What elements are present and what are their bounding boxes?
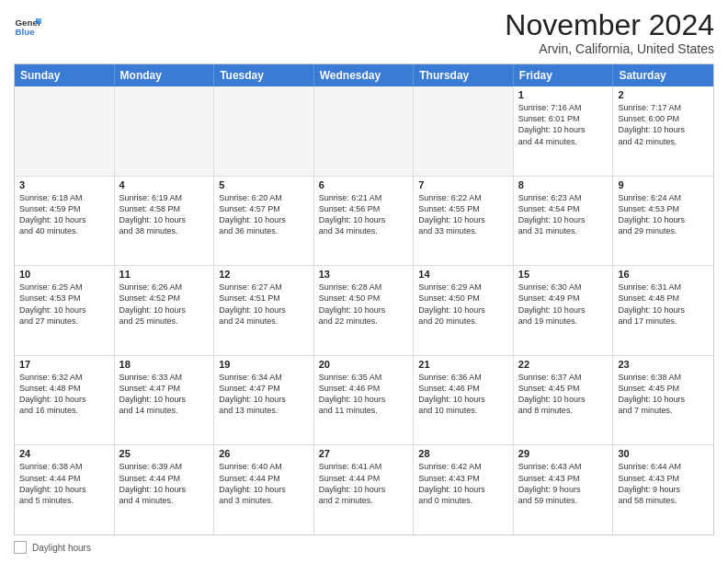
cell-info: Sunrise: 6:19 AMSunset: 4:58 PMDaylight:… xyxy=(119,192,210,237)
cell-date: 13 xyxy=(319,269,409,280)
cell-date: 25 xyxy=(119,448,210,459)
calendar-cell: 6Sunrise: 6:21 AMSunset: 4:56 PMDaylight… xyxy=(314,177,415,266)
cell-info: Sunrise: 6:23 AMSunset: 4:54 PMDaylight:… xyxy=(518,192,609,237)
cell-date: 9 xyxy=(618,179,709,190)
calendar-cell: 24Sunrise: 6:38 AMSunset: 4:44 PMDayligh… xyxy=(15,445,115,534)
cell-info: Sunrise: 6:41 AMSunset: 4:44 PMDaylight:… xyxy=(319,461,409,506)
cell-info: Sunrise: 6:33 AMSunset: 4:47 PMDaylight:… xyxy=(119,372,210,417)
calendar-cell: 17Sunrise: 6:32 AMSunset: 4:48 PMDayligh… xyxy=(15,356,115,445)
calendar-cell: 7Sunrise: 6:22 AMSunset: 4:55 PMDaylight… xyxy=(414,177,514,266)
calendar-cell: 14Sunrise: 6:29 AMSunset: 4:50 PMDayligh… xyxy=(414,266,514,355)
calendar-cell: 25Sunrise: 6:39 AMSunset: 4:44 PMDayligh… xyxy=(115,445,215,534)
calendar-cell xyxy=(414,86,514,176)
cell-info: Sunrise: 6:38 AMSunset: 4:45 PMDaylight:… xyxy=(618,372,709,417)
calendar-cell: 9Sunrise: 6:24 AMSunset: 4:53 PMDaylight… xyxy=(613,177,713,266)
calendar-cell: 8Sunrise: 6:23 AMSunset: 4:54 PMDaylight… xyxy=(514,177,614,266)
month-title: November 2024 xyxy=(505,9,714,41)
cell-info: Sunrise: 6:35 AMSunset: 4:46 PMDaylight:… xyxy=(319,372,409,417)
calendar-cell: 26Sunrise: 6:40 AMSunset: 4:44 PMDayligh… xyxy=(214,445,314,534)
cell-info: Sunrise: 6:34 AMSunset: 4:47 PMDaylight:… xyxy=(219,372,309,417)
calendar-cell: 15Sunrise: 6:30 AMSunset: 4:49 PMDayligh… xyxy=(514,266,614,355)
calendar-cell xyxy=(314,86,415,176)
calendar-cell: 27Sunrise: 6:41 AMSunset: 4:44 PMDayligh… xyxy=(314,445,415,534)
title-area: November 2024 Arvin, California, United … xyxy=(505,9,714,56)
cell-date: 7 xyxy=(418,179,508,190)
cell-date: 18 xyxy=(119,359,210,370)
cell-date: 5 xyxy=(219,179,309,190)
cell-info: Sunrise: 6:22 AMSunset: 4:55 PMDaylight:… xyxy=(418,192,508,237)
calendar-cell: 13Sunrise: 6:28 AMSunset: 4:50 PMDayligh… xyxy=(314,266,415,355)
cell-info: Sunrise: 6:44 AMSunset: 4:43 PMDaylight:… xyxy=(618,461,709,506)
calendar-cell xyxy=(214,86,314,176)
cell-info: Sunrise: 6:26 AMSunset: 4:52 PMDaylight:… xyxy=(119,282,210,327)
cell-date: 4 xyxy=(119,179,210,190)
calendar-cell xyxy=(115,86,215,176)
cell-date: 26 xyxy=(219,448,309,459)
calendar-row-1: 3Sunrise: 6:18 AMSunset: 4:59 PMDaylight… xyxy=(15,177,713,267)
cell-info: Sunrise: 6:29 AMSunset: 4:50 PMDaylight:… xyxy=(418,282,508,327)
cell-date: 24 xyxy=(19,448,109,459)
calendar-cell: 28Sunrise: 6:42 AMSunset: 4:43 PMDayligh… xyxy=(414,445,514,534)
calendar-cell: 5Sunrise: 6:20 AMSunset: 4:57 PMDaylight… xyxy=(214,177,314,266)
weekday-tuesday: Tuesday xyxy=(214,64,314,86)
calendar-cell: 23Sunrise: 6:38 AMSunset: 4:45 PMDayligh… xyxy=(613,356,713,445)
cell-info: Sunrise: 6:38 AMSunset: 4:44 PMDaylight:… xyxy=(19,461,109,506)
cell-date: 14 xyxy=(418,269,508,280)
logo: General Blue xyxy=(14,13,41,40)
calendar-cell: 18Sunrise: 6:33 AMSunset: 4:47 PMDayligh… xyxy=(115,356,215,445)
calendar: SundayMondayTuesdayWednesdayThursdayFrid… xyxy=(14,63,714,535)
cell-info: Sunrise: 6:25 AMSunset: 4:53 PMDaylight:… xyxy=(19,282,109,327)
weekday-saturday: Saturday xyxy=(613,64,713,86)
cell-info: Sunrise: 6:24 AMSunset: 4:53 PMDaylight:… xyxy=(618,192,709,237)
calendar-cell: 22Sunrise: 6:37 AMSunset: 4:45 PMDayligh… xyxy=(514,356,614,445)
cell-info: Sunrise: 6:30 AMSunset: 4:49 PMDaylight:… xyxy=(518,282,609,327)
weekday-sunday: Sunday xyxy=(15,64,115,86)
calendar-header: SundayMondayTuesdayWednesdayThursdayFrid… xyxy=(15,64,713,86)
calendar-row-4: 24Sunrise: 6:38 AMSunset: 4:44 PMDayligh… xyxy=(15,445,713,534)
cell-date: 28 xyxy=(418,448,508,459)
cell-info: Sunrise: 6:21 AMSunset: 4:56 PMDaylight:… xyxy=(319,192,409,237)
cell-date: 6 xyxy=(319,179,409,190)
cell-info: Sunrise: 6:27 AMSunset: 4:51 PMDaylight:… xyxy=(219,282,309,327)
cell-info: Sunrise: 6:43 AMSunset: 4:43 PMDaylight:… xyxy=(518,461,609,506)
cell-date: 2 xyxy=(618,89,709,100)
cell-info: Sunrise: 6:42 AMSunset: 4:43 PMDaylight:… xyxy=(418,461,508,506)
weekday-monday: Monday xyxy=(115,64,215,86)
cell-date: 8 xyxy=(518,179,609,190)
calendar-cell: 20Sunrise: 6:35 AMSunset: 4:46 PMDayligh… xyxy=(314,356,415,445)
cell-date: 15 xyxy=(518,269,609,280)
cell-date: 27 xyxy=(319,448,409,459)
cell-info: Sunrise: 6:31 AMSunset: 4:48 PMDaylight:… xyxy=(618,282,709,327)
calendar-cell: 10Sunrise: 6:25 AMSunset: 4:53 PMDayligh… xyxy=(15,266,115,355)
cell-info: Sunrise: 7:16 AMSunset: 6:01 PMDaylight:… xyxy=(518,102,609,147)
cell-date: 10 xyxy=(19,269,109,280)
cell-info: Sunrise: 6:18 AMSunset: 4:59 PMDaylight:… xyxy=(19,192,109,237)
calendar-row-3: 17Sunrise: 6:32 AMSunset: 4:48 PMDayligh… xyxy=(15,356,713,446)
calendar-cell: 2Sunrise: 7:17 AMSunset: 6:00 PMDaylight… xyxy=(613,86,713,176)
footer: Daylight hours xyxy=(14,541,714,554)
page: General Blue November 2024 Arvin, Califo… xyxy=(0,0,728,563)
cell-date: 17 xyxy=(19,359,109,370)
calendar-cell xyxy=(15,86,115,176)
cell-date: 11 xyxy=(119,269,210,280)
calendar-cell: 21Sunrise: 6:36 AMSunset: 4:46 PMDayligh… xyxy=(414,356,514,445)
cell-date: 21 xyxy=(418,359,508,370)
cell-date: 12 xyxy=(219,269,309,280)
calendar-cell: 12Sunrise: 6:27 AMSunset: 4:51 PMDayligh… xyxy=(214,266,314,355)
daylight-legend-box xyxy=(14,541,27,554)
svg-text:Blue: Blue xyxy=(16,27,36,37)
logo-icon: General Blue xyxy=(14,13,41,40)
weekday-friday: Friday xyxy=(514,64,614,86)
calendar-cell: 29Sunrise: 6:43 AMSunset: 4:43 PMDayligh… xyxy=(514,445,614,534)
header: General Blue November 2024 Arvin, Califo… xyxy=(14,9,714,56)
calendar-cell: 3Sunrise: 6:18 AMSunset: 4:59 PMDaylight… xyxy=(15,177,115,266)
weekday-thursday: Thursday xyxy=(414,64,514,86)
location: Arvin, California, United States xyxy=(505,41,714,56)
cell-date: 20 xyxy=(319,359,409,370)
cell-date: 30 xyxy=(618,448,709,459)
calendar-cell: 11Sunrise: 6:26 AMSunset: 4:52 PMDayligh… xyxy=(115,266,215,355)
calendar-cell: 16Sunrise: 6:31 AMSunset: 4:48 PMDayligh… xyxy=(613,266,713,355)
cell-info: Sunrise: 6:28 AMSunset: 4:50 PMDaylight:… xyxy=(319,282,409,327)
cell-info: Sunrise: 6:36 AMSunset: 4:46 PMDaylight:… xyxy=(418,372,508,417)
calendar-row-2: 10Sunrise: 6:25 AMSunset: 4:53 PMDayligh… xyxy=(15,266,713,356)
